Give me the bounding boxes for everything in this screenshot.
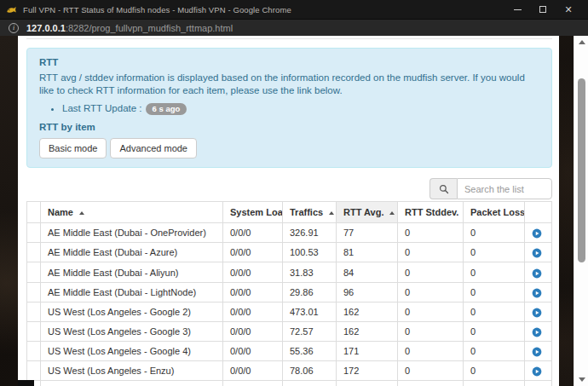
row-action-cell: [525, 360, 552, 380]
system-load-cell: 0/0/0: [223, 282, 283, 302]
rtt-description: RTT avg / stddev information is displaye…: [39, 72, 539, 97]
maximize-icon: [539, 6, 546, 13]
table-row: AE Middle East (Dubai - Azure) 0/0/0 100…: [27, 243, 552, 262]
column-header-packet-loss: Packet Loss: [464, 202, 525, 223]
system-load-cell: 0/0/0: [223, 381, 283, 386]
packet-loss-cell: 0: [464, 243, 525, 262]
scroll-down-button[interactable]: [574, 373, 588, 386]
play-circle-icon[interactable]: [532, 228, 542, 239]
rtt-avg-cell: 96: [337, 282, 398, 302]
table-row: US West (Los Angeles - Google 3) 0/0/0 7…: [27, 321, 552, 341]
scroll-up-button[interactable]: [574, 36, 588, 49]
row-spacer-cell: [27, 341, 41, 360]
search-icon: [429, 178, 457, 199]
table-row: US West (Los Angeles - Enzu) 0/0/0 78.06…: [27, 360, 552, 380]
packet-loss-cell: 0: [464, 262, 525, 282]
rtt-stddev-cell: 0: [398, 381, 464, 386]
mudfish-logo-icon: [6, 4, 17, 15]
rtt-by-item-heading: RTT by item: [39, 122, 539, 132]
column-header-rtt-avg[interactable]: RTT Avg.: [337, 202, 398, 223]
page-viewport: RTT RTT avg / stddev information is disp…: [0, 36, 588, 386]
address-bar[interactable]: i 127.0.0.1:8282/prog_fullvpn_mudfish_rt…: [0, 19, 588, 36]
rtt-stddev-cell: 0: [398, 282, 464, 302]
rtt-table: NameSystem LoadTrafficsRTT Avg.RTT Stdde…: [26, 201, 552, 386]
sort-asc-icon: [329, 211, 334, 215]
sort-asc-icon: [389, 211, 395, 215]
column-header-rtt-stddev[interactable]: RTT Stddev.: [398, 202, 464, 223]
search-group: [429, 178, 552, 199]
column-header-label: Name: [48, 207, 73, 217]
scroll-up-icon: [579, 40, 585, 44]
traffics-cell: 31.83: [283, 262, 337, 282]
page-info-icon[interactable]: i: [9, 23, 19, 33]
traffics-cell: 326.91: [283, 223, 337, 243]
row-action-cell: [525, 262, 552, 282]
row-action-cell: [525, 302, 552, 321]
table-row: US West (Los Angeles - HostUS) 0/0/0 133…: [27, 381, 552, 386]
column-header-label: RTT Stddev.: [405, 207, 458, 217]
node-name-cell: AE Middle East (Dubai - Azure): [41, 243, 223, 262]
play-circle-icon[interactable]: [532, 288, 542, 298]
actions-column-header: [525, 202, 552, 223]
rtt-stddev-cell: 0: [398, 302, 464, 321]
node-name-cell: AE Middle East (Dubai - Aliyun): [41, 262, 223, 282]
system-load-cell: 0/0/0: [223, 360, 283, 380]
play-circle-icon[interactable]: [532, 366, 542, 377]
table-row: AE Middle East (Dubai - OneProvider) 0/0…: [27, 223, 552, 243]
row-spacer-cell: [27, 282, 41, 302]
search-input[interactable]: [457, 178, 552, 199]
minimize-button[interactable]: [504, 0, 530, 19]
traffics-cell: 55.36: [283, 341, 337, 360]
play-circle-icon[interactable]: [532, 308, 542, 318]
close-button[interactable]: ✕: [556, 0, 581, 19]
node-name-cell: US West (Los Angeles - HostUS): [41, 381, 223, 386]
rtt-stddev-cell: 0: [398, 262, 464, 282]
traffics-cell: 29.86: [283, 282, 337, 302]
play-circle-icon[interactable]: [532, 268, 542, 279]
node-name-cell: US West (Los Angeles - Google 4): [41, 341, 223, 360]
basic-mode-button[interactable]: Basic mode: [39, 138, 107, 158]
column-header-name[interactable]: Name: [41, 202, 223, 223]
row-spacer-cell: [27, 321, 41, 341]
table-row: AE Middle East (Dubai - Aliyun) 0/0/0 31…: [27, 262, 552, 282]
window-title: Full VPN - RTT Status of Mudfish nodes -…: [23, 5, 504, 14]
row-action-cell: [525, 223, 552, 243]
status-bubble: [18, 380, 34, 386]
system-load-cell: 0/0/0: [223, 302, 283, 321]
row-action-cell: [525, 341, 552, 360]
rtt-stddev-cell: 0: [398, 243, 464, 262]
advanced-mode-button[interactable]: Advanced mode: [110, 138, 197, 158]
play-circle-icon[interactable]: [532, 327, 542, 337]
system-load-cell: 0/0/0: [223, 321, 283, 341]
row-spacer-cell: [27, 223, 41, 243]
rtt-stddev-cell: 0: [398, 321, 464, 341]
rtt-avg-cell: 77: [337, 223, 398, 243]
scrollbar-thumb[interactable]: [578, 78, 585, 262]
play-circle-icon[interactable]: [532, 248, 542, 258]
vertical-scrollbar[interactable]: [574, 36, 588, 386]
node-name-cell: US West (Los Angeles - Enzu): [41, 360, 223, 380]
rtt-avg-cell: 84: [337, 262, 398, 282]
spacer-column-header: [27, 202, 41, 223]
traffics-cell: 100.53: [283, 243, 337, 262]
column-header-system-load: System Load: [223, 202, 283, 223]
column-header-traffics[interactable]: Traffics: [283, 202, 337, 223]
column-header-label: Traffics: [290, 207, 323, 217]
packet-loss-cell: 0: [464, 321, 525, 341]
traffics-cell: 78.06: [283, 360, 337, 380]
section-divider: [26, 38, 552, 39]
packet-loss-cell: 0: [464, 223, 525, 243]
play-circle-icon[interactable]: [532, 347, 542, 357]
rtt-avg-cell: 81: [337, 243, 398, 262]
browser-window: Full VPN - RTT Status of Mudfish nodes -…: [0, 0, 588, 386]
maximize-button[interactable]: [530, 0, 556, 19]
rtt-stddev-cell: 0: [398, 341, 464, 360]
table-row: AE Middle East (Dubai - LightNode) 0/0/0…: [27, 282, 552, 302]
system-load-cell: 0/0/0: [223, 243, 283, 262]
packet-loss-cell: 0: [464, 341, 525, 360]
url-text[interactable]: 127.0.0.1:8282/prog_fullvpn_mudfish_rttm…: [26, 23, 233, 33]
last-rtt-update-badge: 6 s ago: [146, 103, 187, 115]
system-load-cell: 0/0/0: [223, 341, 283, 360]
node-name-cell: AE Middle East (Dubai - LightNode): [41, 282, 223, 302]
table-header-row: NameSystem LoadTrafficsRTT Avg.RTT Stdde…: [27, 202, 552, 223]
